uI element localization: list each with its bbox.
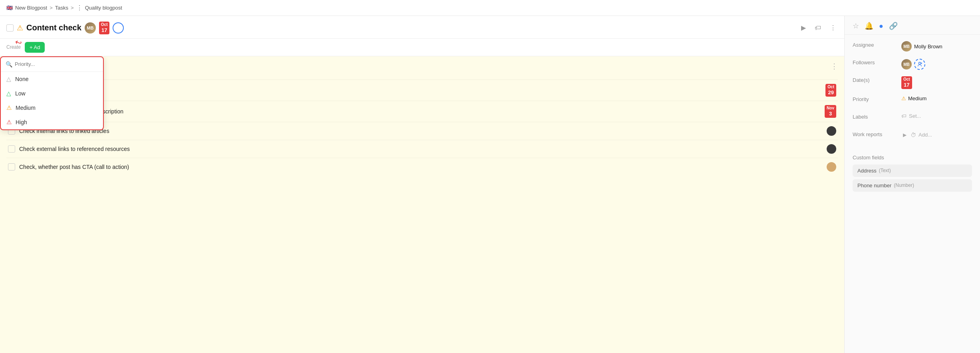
task-checkbox[interactable] [6,24,14,32]
task-title: Content check [26,23,81,32]
dates-value: Oct 17 [901,76,912,89]
dropdown-search-row: 🔍 [1,57,103,72]
priority-search-input[interactable] [15,61,98,67]
star-icon[interactable]: ☆ [853,22,859,30]
dates-row: Date(s) Oct 17 [853,76,972,89]
priority-high-label: High [16,119,27,125]
clock-icon: ⏱ [911,132,916,138]
custom-fields-title: Custom fields [853,155,972,161]
task-item: Check, whether post has CTA (call to act… [6,158,838,176]
work-report-play-button[interactable]: ▶ [901,131,908,139]
task-date-badge[interactable]: Nov 3 [825,105,836,118]
detail-date-badge[interactable]: Oct 17 [901,76,912,89]
task-avatar [827,144,836,154]
set-labels-button[interactable]: Set... [909,113,921,119]
priority-option-none[interactable]: △ None [1,72,103,86]
add-button[interactable]: + Ad [25,42,45,53]
link-icon[interactable]: 🔗 [889,22,898,30]
date-month: Nov [827,105,834,111]
task-date-badge[interactable]: Oct 29 [825,84,836,97]
priority-text: Medium [908,95,926,101]
custom-field-address-name: Address [857,168,877,174]
priority-label: Priority [853,95,897,102]
followers-row: Followers MB [853,59,972,70]
assignee-value: MB Molly Brown [901,41,942,52]
assignee-avatar[interactable]: MB [85,22,96,34]
assignee-name: Molly Brown [914,44,942,50]
more-button[interactable]: ⋮ [828,22,838,33]
custom-field-address[interactable]: Address (Text) [853,165,972,177]
work-reports-row: Work reports ▶ ⏱ Add... [853,131,972,142]
tag-button[interactable]: 🏷 [813,23,823,33]
task-item-checkbox[interactable] [8,163,15,171]
task-avatar [827,162,836,172]
date-badge-month: Oct [101,22,108,27]
follower-avatar[interactable]: MB [901,59,912,69]
breadcrumb-flag: 🇬🇧 [6,5,13,11]
breadcrumb-tasks[interactable]: Tasks [55,5,68,11]
progress-circle[interactable] [113,22,124,34]
search-icon: 🔍 [6,61,12,67]
labels-label: Labels [853,113,897,120]
task-item-checkbox[interactable] [8,145,15,153]
custom-field-address-type: (Text) [879,168,891,173]
watch-icon[interactable]: ● [879,22,883,30]
add-work-report-button[interactable]: Add... [919,132,932,138]
priority-option-high[interactable]: ⚠ High [1,115,103,129]
avatar-initials: MB [87,26,93,30]
task-item: Check image size Oct 29 [6,80,838,101]
breadcrumb-sep1: > [50,5,53,11]
play-button[interactable]: ▶ [799,22,807,33]
custom-field-phone[interactable]: Phone number (Number) [853,179,972,192]
task-item: Check ALT – alternative image descriptio… [6,101,838,122]
task-header: ↩ ⚠ Content check MB Oct 17 ▶ 🏷 ⋮ [0,16,844,39]
bell-icon[interactable]: 🔔 [865,22,873,30]
priority-low-label: Low [15,90,26,97]
breadcrumb-sep2: > [71,5,74,11]
assignee-label: Assignee [853,41,897,48]
assignee-avatar[interactable]: MB [901,41,912,52]
task-item-text: Check ALT – alternative image descriptio… [19,108,821,115]
followers-label: Followers [853,59,897,65]
task-list-area: 🔍 △ None △ Low ⚠ Medium ⚠ High [0,56,844,353]
priority-row: Priority ⚠ Medium [853,95,972,107]
right-panel-toolbar: ☆ 🔔 ● 🔗 [845,16,980,35]
date-badge-day: 17 [101,27,108,34]
sub-header: Create + Ad [0,39,844,56]
task-list: paragraphs, bullets) Check image size Oc… [6,64,838,176]
dates-label: Date(s) [853,76,897,83]
date-day: 3 [827,111,834,117]
left-panel: ↩ ⚠ Content check MB Oct 17 ▶ 🏷 ⋮ Create [0,16,844,353]
breadcrumb-dots[interactable]: ⋮ [76,4,83,12]
task-date-badge[interactable]: Oct 17 [99,22,110,34]
priority-option-medium[interactable]: ⚠ Medium [1,101,103,115]
task-item-text: Check image size [19,87,821,93]
task-item: Check external links to referenced resou… [6,140,838,158]
followers-value: MB [901,59,925,70]
breadcrumb-current[interactable]: Quality blogpost [85,5,122,11]
task-item: paragraphs, bullets) [6,64,838,80]
task-item-text: Check external links to referenced resou… [19,146,823,152]
assignee-row: Assignee MB Molly Brown [853,41,972,52]
task-item-text: Check, whether post has CTA (call to act… [19,164,823,170]
work-reports-value: ▶ ⏱ Add... [901,131,932,139]
breadcrumb-project[interactable]: New Blogpost [15,5,47,11]
task-header-left: ↩ ⚠ Content check MB Oct 17 [6,22,796,34]
labels-value: 🏷 Set... [901,113,921,119]
add-follower-button[interactable] [914,59,925,70]
task-avatar [827,126,836,136]
task-item: Check internal links to linked articles [6,122,838,140]
custom-field-phone-type: (Number) [894,182,914,188]
labels-row: Labels 🏷 Set... [853,113,972,124]
low-icon: △ [6,90,11,97]
custom-field-phone-name: Phone number [857,182,891,188]
priority-medium-label: Medium [16,105,36,111]
priority-option-low[interactable]: △ Low [1,86,103,101]
priority-value[interactable]: ⚠ Medium [901,95,926,101]
priority-dropdown: 🔍 △ None △ Low ⚠ Medium ⚠ High [0,56,104,130]
label-tag-icon: 🏷 [901,113,907,119]
task-item-text: Check internal links to linked articles [19,128,823,134]
priority-none-label: None [15,76,28,82]
detail-date-day: 17 [903,82,910,89]
section-more-button[interactable]: ⋮ [831,62,838,71]
